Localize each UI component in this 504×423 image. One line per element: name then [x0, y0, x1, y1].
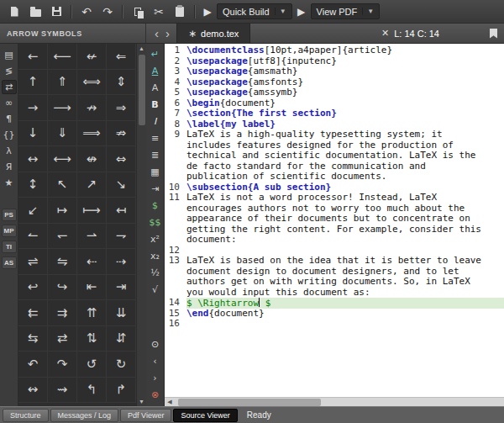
- undo-button[interactable]: ↶: [77, 3, 96, 21]
- symbol-cell[interactable]: ↱: [107, 378, 136, 404]
- symbol-cell[interactable]: ↑: [18, 70, 48, 96]
- symbol-cell[interactable]: ⇠: [77, 249, 107, 275]
- subscript-button[interactable]: x₂: [147, 248, 163, 264]
- scroll-left-icon[interactable]: ◀: [165, 399, 175, 405]
- symbol-cell[interactable]: ⇢: [107, 249, 136, 275]
- panel-tab-tikz[interactable]: TI: [2, 241, 17, 253]
- panel-tab-most-used-symbols[interactable]: ★: [2, 176, 17, 190]
- symbol-cell[interactable]: ⟺: [77, 70, 107, 96]
- quick-build-run-button[interactable]: ▶: [201, 6, 214, 18]
- panel-tab-misc-math-symbols[interactable]: ∞: [2, 96, 17, 110]
- symbol-cell[interactable]: ⇇: [18, 300, 48, 326]
- code-line[interactable]: 15\end{document}: [165, 309, 504, 320]
- symbol-cell[interactable]: ⟼: [77, 198, 107, 224]
- previous-document-button[interactable]: ‹: [147, 353, 163, 369]
- symbol-cell[interactable]: ↓: [18, 121, 48, 147]
- symbol-cell[interactable]: ↗: [77, 172, 107, 198]
- code-line[interactable]: 16: [165, 319, 504, 330]
- paste-button[interactable]: [171, 3, 189, 21]
- panel-tab-arrow-symbols[interactable]: ⇄: [2, 80, 17, 94]
- symbol-panel-scrollbar[interactable]: ▲ ▼: [136, 44, 146, 406]
- copy-button[interactable]: [129, 3, 147, 21]
- symbol-cell[interactable]: ⇀: [77, 224, 107, 250]
- symbol-cell[interactable]: ⟹: [77, 121, 107, 147]
- close-tab-button[interactable]: ✕: [376, 28, 394, 39]
- symbol-cell[interactable]: ↼: [18, 224, 48, 250]
- symbol-cell[interactable]: ↶: [18, 352, 48, 378]
- symbol-cell[interactable]: ⇏: [107, 121, 136, 147]
- preview-button[interactable]: ⊙: [147, 336, 163, 352]
- symbol-cell[interactable]: ⇔: [107, 146, 136, 172]
- symbol-cell[interactable]: ↛: [77, 95, 107, 121]
- symbol-cell[interactable]: ↪: [48, 275, 77, 301]
- font-family-button[interactable]: A: [147, 80, 163, 96]
- symbol-cell[interactable]: ⇊: [107, 300, 136, 326]
- symbol-cell[interactable]: ⇄: [48, 326, 77, 352]
- symbol-cell[interactable]: ⟵: [48, 44, 77, 70]
- symbol-cell[interactable]: ⇈: [77, 300, 107, 326]
- previous-tab-button[interactable]: ‹: [151, 25, 162, 42]
- panel-tab-metapost[interactable]: MP: [2, 225, 17, 237]
- new-line-button[interactable]: ↵: [147, 46, 163, 62]
- symbol-cell[interactable]: ↺: [77, 352, 107, 378]
- symbol-cell[interactable]: ↮: [77, 146, 107, 172]
- symbol-cell[interactable]: ↽: [48, 224, 77, 250]
- statusbar-tab-messages-log[interactable]: Messages / Log: [50, 409, 119, 422]
- open-file-button[interactable]: [26, 3, 45, 21]
- tab-demo-tex[interactable]: ∗ demo.tex: [176, 24, 250, 44]
- symbol-cell[interactable]: ⟷: [48, 146, 77, 172]
- symbol-cell[interactable]: ↻: [107, 352, 136, 378]
- symbol-cell[interactable]: ↰: [77, 378, 107, 404]
- italic-button[interactable]: I: [147, 114, 163, 130]
- symbol-cell[interactable]: ⇌: [18, 249, 48, 275]
- symbol-cell[interactable]: ↖: [48, 172, 77, 198]
- quick-build-select[interactable]: Quick Build ▼: [217, 3, 292, 19]
- superscript-button[interactable]: x²: [147, 231, 163, 247]
- panel-tab-pstricks[interactable]: PS: [2, 209, 17, 221]
- symbol-cell[interactable]: ⇉: [48, 300, 77, 326]
- panel-tab-misc-text-symbols[interactable]: ¶: [2, 112, 17, 126]
- panel-tab-relation-symbols[interactable]: ≶: [2, 64, 17, 78]
- statusbar-tab-pdf-viewer[interactable]: Pdf Viewer: [120, 409, 171, 422]
- symbol-cell[interactable]: ⇒: [107, 95, 136, 121]
- code-line[interactable]: document:: [165, 235, 504, 246]
- editor-horizontal-scrollbar[interactable]: ◀: [165, 397, 504, 406]
- symbol-cell[interactable]: ⇓: [48, 121, 77, 147]
- panel-tab-delimiters[interactable]: {}: [2, 128, 17, 142]
- fraction-button[interactable]: ½: [147, 265, 163, 281]
- symbol-cell[interactable]: ↙: [18, 198, 48, 224]
- symbol-cell[interactable]: ↔: [18, 146, 48, 172]
- tabular-button[interactable]: ▦: [147, 164, 163, 180]
- statusbar-tab-source-viewer[interactable]: Source Viewer: [173, 409, 237, 422]
- symbol-cell[interactable]: ⇤: [77, 275, 107, 301]
- scroll-up-icon[interactable]: ▲: [137, 44, 146, 53]
- symbol-cell[interactable]: ↤: [107, 198, 136, 224]
- symbol-cell[interactable]: ⇅: [77, 326, 107, 352]
- bold-button[interactable]: B: [147, 97, 163, 113]
- symbol-cell[interactable]: ⇁: [107, 224, 136, 250]
- scrollbar-thumb[interactable]: [139, 55, 145, 125]
- symbol-cell[interactable]: ⇋: [48, 249, 77, 275]
- code-line[interactable]: you would input this document as:: [165, 288, 504, 299]
- panel-tab-asymptote[interactable]: AS: [2, 256, 17, 269]
- tabbing-button[interactable]: ⇥: [147, 181, 163, 197]
- inline-math-button[interactable]: $: [147, 198, 163, 214]
- display-math-button[interactable]: $$: [147, 214, 163, 230]
- square-root-button[interactable]: √: [147, 282, 163, 298]
- next-tab-button[interactable]: ›: [162, 25, 173, 42]
- symbol-cell[interactable]: ↩: [18, 275, 48, 301]
- bookmark-button[interactable]: [490, 29, 497, 39]
- symbol-cell[interactable]: →: [18, 95, 48, 121]
- symbol-cell[interactable]: ↭: [18, 378, 48, 404]
- save-button[interactable]: [47, 3, 66, 21]
- source-editor[interactable]: 1\documentclass[10pt,a4paper]{article}2\…: [165, 44, 504, 397]
- symbol-cell[interactable]: ↷: [48, 352, 77, 378]
- panel-tab-greek-letters[interactable]: λ: [2, 144, 17, 158]
- symbol-cell[interactable]: ←: [18, 44, 48, 70]
- symbol-cell[interactable]: ⇑: [48, 70, 77, 96]
- symbol-cell[interactable]: ↚: [77, 44, 107, 70]
- panel-tab-cyrillic-letters[interactable]: Я: [2, 160, 17, 174]
- symbol-cell[interactable]: ↘: [107, 172, 136, 198]
- symbol-cell[interactable]: ⟶: [48, 95, 77, 121]
- symbol-cell[interactable]: ↕: [18, 172, 48, 198]
